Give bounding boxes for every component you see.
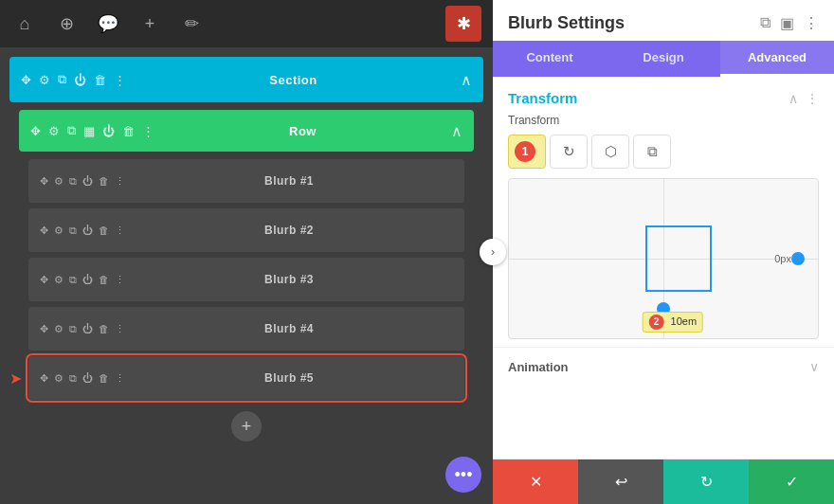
move-icon[interactable]: ✥ <box>21 73 31 87</box>
section-header-icons: ∧ ⋮ <box>789 91 819 106</box>
move-icon[interactable]: ✥ <box>40 225 48 237</box>
power-icon[interactable]: ⏻ <box>82 225 93 236</box>
tab-content[interactable]: Content <box>493 41 607 77</box>
edit-icon[interactable]: ✏ <box>178 10 205 37</box>
h-value-label: 0px <box>774 253 791 264</box>
badge-2-circle: 2 <box>648 315 663 330</box>
move-icon[interactable]: ✥ <box>40 175 48 188</box>
settings-icon[interactable]: ⚙ <box>48 124 60 138</box>
panel-tabs: Content Design Advanced <box>493 41 834 77</box>
move-icon[interactable]: ✥ <box>40 274 48 286</box>
scale-tool[interactable]: ⧉ <box>633 135 671 169</box>
section-bar[interactable]: ✥ ⚙ ⧉ ⏻ 🗑 ⋮ Section ∧ <box>9 57 483 102</box>
palette-icon[interactable]: ⊕ <box>53 10 80 37</box>
more-icon[interactable]: ⋮ <box>115 225 125 237</box>
duplicate-icon[interactable]: ⧉ <box>69 175 77 188</box>
move-icon[interactable]: ✥ <box>40 372 48 385</box>
more-options-icon[interactable]: ⋮ <box>804 14 819 32</box>
delete-icon[interactable]: 🗑 <box>99 372 109 384</box>
collapse-icon[interactable]: ▣ <box>780 14 794 32</box>
power-icon[interactable]: ⏻ <box>74 73 86 87</box>
delete-icon[interactable]: 🗑 <box>99 225 109 236</box>
more-icon[interactable]: ⋮ <box>115 274 125 286</box>
tab-advanced[interactable]: Advanced <box>720 41 834 77</box>
power-icon[interactable]: ⏻ <box>82 274 93 285</box>
power-icon[interactable]: ⏻ <box>82 323 93 334</box>
settings-icon[interactable]: ⚙ <box>54 175 63 188</box>
delete-icon[interactable]: 🗑 <box>99 175 109 187</box>
settings-icon[interactable]: ⚙ <box>54 372 63 385</box>
row-chevron[interactable]: ∧ <box>451 122 462 140</box>
restore-icon[interactable]: ⧉ <box>760 14 771 32</box>
add-icon[interactable]: + <box>136 10 163 37</box>
more-icon[interactable]: ⋮ <box>114 73 126 87</box>
add-module-button[interactable]: + <box>231 411 262 441</box>
right-panel: Blurb Settings ⧉ ▣ ⋮ Content Design Adva… <box>493 0 834 504</box>
settings-icon[interactable]: ⚙ <box>54 323 63 335</box>
power-icon[interactable]: ⏻ <box>82 372 93 384</box>
more-icon[interactable]: ⋮ <box>115 372 125 385</box>
animation-section: Animation ∨ <box>493 347 834 386</box>
check-icon: ✓ <box>786 473 798 491</box>
blurb-item-2[interactable]: ✥ ⚙ ⧉ ⏻ 🗑 ⋮ Blurb #2 <box>28 208 464 252</box>
transform-tools: 1 ✥ ↻ ⬡ ⧉ <box>493 135 834 169</box>
blurb-item-5[interactable]: ➤ ✥ ⚙ ⧉ ⏻ 🗑 ⋮ Blurb #5 <box>28 356 464 400</box>
blurb-2-label: Blurb #2 <box>125 224 453 237</box>
comment-icon[interactable]: 💬 <box>95 10 121 37</box>
rotate-tool[interactable]: ↻ <box>550 135 588 169</box>
duplicate-icon[interactable]: ⧉ <box>69 274 77 286</box>
expand-panel-button[interactable]: › <box>480 239 506 265</box>
delete-icon[interactable]: 🗑 <box>122 124 135 138</box>
section-chevron[interactable]: ∧ <box>461 71 472 89</box>
skew-tool[interactable]: ⬡ <box>591 135 629 169</box>
blurb-item-1[interactable]: ✥ ⚙ ⧉ ⏻ 🗑 ⋮ Blurb #1 <box>28 159 464 203</box>
power-icon[interactable]: ⏻ <box>82 175 93 187</box>
collapse-section-icon[interactable]: ∧ <box>789 91 798 106</box>
transform-label: Transform <box>493 114 834 135</box>
panel-header-icons: ⧉ ▣ ⋮ <box>760 14 819 32</box>
columns-icon[interactable]: ▦ <box>83 124 95 138</box>
row-bar[interactable]: ✥ ⚙ ⧉ ▦ ⏻ 🗑 ⋮ Row ∧ <box>19 110 474 152</box>
more-options-button[interactable]: ••• <box>445 457 481 493</box>
home-icon[interactable]: ⌂ <box>11 10 38 37</box>
save-button[interactable]: ✓ <box>749 459 834 504</box>
more-icon[interactable]: ⋮ <box>115 175 125 188</box>
power-icon[interactable]: ⏻ <box>102 124 115 138</box>
cancel-button[interactable]: ✕ <box>493 459 578 504</box>
section-bar-icons: ✥ ⚙ ⧉ ⏻ 🗑 ⋮ <box>21 72 126 87</box>
blurb-item-3[interactable]: ✥ ⚙ ⧉ ⏻ 🗑 ⋮ Blurb #3 <box>28 258 464 301</box>
duplicate-icon[interactable]: ⧉ <box>67 123 76 138</box>
duplicate-icon[interactable]: ⧉ <box>69 323 77 335</box>
tab-design[interactable]: Design <box>607 41 720 77</box>
more-icon[interactable]: ⋮ <box>142 124 154 138</box>
blurb-item-4[interactable]: ✥ ⚙ ⧉ ⏻ 🗑 ⋮ Blurb #4 <box>28 307 464 351</box>
duplicate-icon[interactable]: ⧉ <box>69 225 77 237</box>
translate-tool[interactable]: 1 ✥ <box>508 135 546 169</box>
move-icon[interactable]: ✥ <box>40 323 48 335</box>
redo-button[interactable]: ↻ <box>663 459 749 504</box>
row-label: Row <box>154 124 451 138</box>
blurb-2-icons: ✥ ⚙ ⧉ ⏻ 🗑 ⋮ <box>40 225 125 237</box>
section-more-icon[interactable]: ⋮ <box>806 91 819 106</box>
blurb-3-icons: ✥ ⚙ ⧉ ⏻ 🗑 ⋮ <box>40 274 125 286</box>
undo-button[interactable]: ↩ <box>578 459 663 504</box>
settings-icon[interactable]: ⚙ <box>54 225 63 237</box>
move-icon[interactable]: ✥ <box>30 124 41 138</box>
blurb-4-label: Blurb #4 <box>125 322 453 335</box>
settings-icon[interactable]: ⚙ <box>39 73 50 87</box>
delete-icon[interactable]: 🗑 <box>99 274 109 285</box>
divi-logo[interactable]: ✱ <box>445 6 481 42</box>
transform-square <box>645 225 712 292</box>
more-icon[interactable]: ⋮ <box>115 323 125 335</box>
delete-icon[interactable]: 🗑 <box>99 323 109 334</box>
transform-section-title: Transform <box>508 90 577 106</box>
duplicate-icon[interactable]: ⧉ <box>69 372 77 385</box>
h-handle[interactable] <box>791 252 805 265</box>
duplicate-icon[interactable]: ⧉ <box>58 72 66 87</box>
section-label: Section <box>126 73 461 87</box>
expand-animation-icon[interactable]: ∨ <box>809 359 819 374</box>
delete-icon[interactable]: 🗑 <box>94 73 106 87</box>
red-arrow-icon: ➤ <box>9 369 22 387</box>
v-value-badge: 2 10em <box>642 312 703 333</box>
settings-icon[interactable]: ⚙ <box>54 274 63 286</box>
